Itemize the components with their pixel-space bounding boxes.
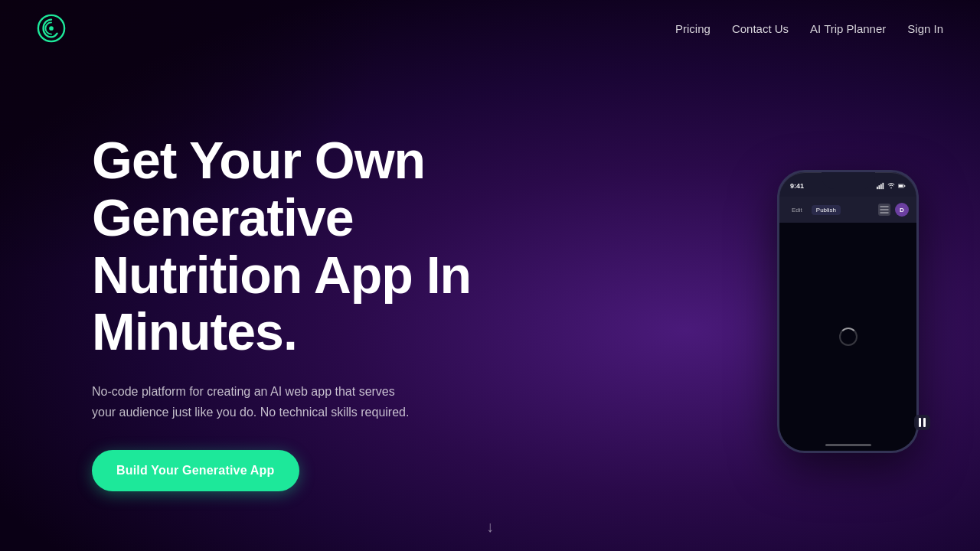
phone-settings-icon: [878, 204, 890, 216]
hero-description: No-code platform for creating an AI web …: [92, 382, 413, 422]
svg-rect-4: [880, 184, 882, 190]
scroll-arrow: ↓: [486, 518, 494, 536]
wifi-icon: [887, 182, 895, 190]
hero-title: Get Your Own Generative Nutrition App In…: [92, 132, 521, 360]
pause-button[interactable]: [914, 415, 930, 430]
phone-toolbar: Edit Publish D: [779, 197, 916, 223]
phone-status-icons: [877, 182, 906, 190]
svg-rect-8: [899, 185, 903, 187]
phone-time: 9:41: [790, 182, 804, 190]
phone-home-bar: [825, 444, 871, 446]
svg-rect-5: [883, 183, 884, 189]
nav-trip-planner[interactable]: AI Trip Planner: [810, 22, 886, 35]
phone-avatar: D: [895, 203, 909, 217]
pause-bar-right: [923, 418, 926, 427]
phone-edit-btn[interactable]: Edit: [787, 205, 807, 215]
svg-rect-7: [904, 185, 905, 187]
svg-rect-3: [879, 185, 880, 189]
nav-pricing[interactable]: Pricing: [675, 22, 710, 35]
svg-rect-2: [877, 187, 878, 189]
phone-notch: [822, 172, 875, 189]
phone-mockup: 9:41: [777, 170, 919, 453]
phone-showcase: 9:41: [777, 170, 919, 453]
phone-publish-btn[interactable]: Publish: [812, 205, 841, 215]
navbar: Pricing Contact Us AI Trip Planner Sign …: [0, 0, 980, 57]
battery-icon: [898, 182, 906, 190]
loading-spinner: [839, 328, 858, 346]
nav-signin[interactable]: Sign In: [907, 22, 943, 35]
pause-bar-left: [919, 418, 921, 427]
hero-section: Get Your Own Generative Nutrition App In…: [0, 57, 980, 551]
signal-icon: [877, 182, 884, 190]
svg-point-1: [49, 26, 54, 31]
hero-content: Get Your Own Generative Nutrition App In…: [92, 132, 521, 491]
scroll-indicator[interactable]: ↓: [486, 518, 494, 536]
nav-contact[interactable]: Contact Us: [732, 22, 789, 35]
logo[interactable]: [37, 14, 66, 43]
phone-screen: [779, 223, 916, 451]
nav-links: Pricing Contact Us AI Trip Planner Sign …: [675, 22, 943, 35]
cta-button[interactable]: Build Your Generative App: [92, 450, 299, 491]
